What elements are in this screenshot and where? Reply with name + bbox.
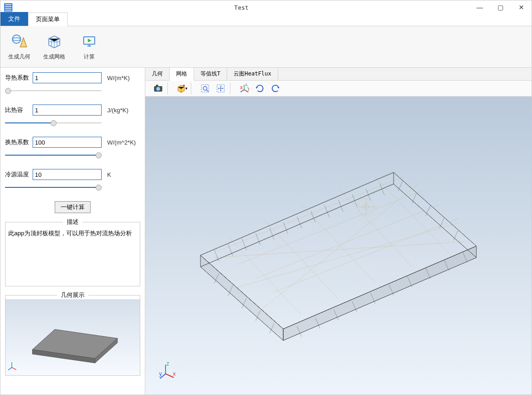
viewport-panel: 几何 网格 等值线T 云图HeatFlux ▾: [145, 68, 532, 395]
svg-point-15: [203, 87, 207, 90]
camera-icon: [153, 84, 163, 93]
param-unit: W/(m*K): [107, 75, 130, 81]
play-monitor-icon: [80, 33, 98, 50]
svg-text:y: y: [247, 85, 249, 91]
rotate-cw-icon: [270, 83, 280, 93]
ribbon-tab-page-menu[interactable]: 页面菜单: [28, 12, 68, 26]
svg-rect-12: [156, 85, 158, 87]
close-button[interactable]: ✕: [511, 0, 532, 14]
svg-line-16: [206, 90, 208, 92]
svg-point-13: [183, 85, 185, 87]
description-text: 此app为顶封板模型，可以用于热对流热场分析: [6, 226, 140, 286]
zoom-select-button[interactable]: [199, 82, 212, 94]
heat-transfer-coef-slider[interactable]: [5, 155, 102, 156]
generate-geometry-button[interactable]: 生成几何: [6, 33, 33, 61]
svg-point-2: [12, 38, 21, 41]
generate-geometry-label: 生成几何: [8, 53, 30, 61]
param-thermal-conductivity: 导热系数 W/(m*K): [5, 72, 140, 93]
param-unit: W/(m^2*K): [107, 139, 136, 146]
param-label: 导热系数: [5, 74, 31, 82]
window-controls: — ▢ ✕: [469, 0, 532, 14]
zoom-rect-icon: [200, 84, 210, 93]
pan-button[interactable]: [214, 82, 227, 94]
svg-line-9: [8, 367, 12, 370]
cube-mesh-icon: [46, 33, 63, 50]
compute-button[interactable]: 计算: [76, 33, 103, 61]
param-cold-source-temp: 冷源温度 K: [5, 169, 140, 189]
specific-heat-slider[interactable]: [5, 122, 102, 123]
param-specific-heat: 比热容 J/(kg*K): [5, 105, 140, 125]
svg-line-8: [12, 367, 17, 370]
param-label: 比热容: [5, 106, 31, 114]
viewport-3d[interactable]: zxy: [145, 97, 532, 395]
svg-text:x: x: [173, 371, 176, 377]
axis-xyz-icon: zyx: [239, 83, 249, 93]
svg-text:x: x: [240, 84, 243, 91]
param-label: 换热系数: [5, 138, 31, 146]
compute-label: 计算: [84, 53, 95, 61]
geometry-preview-canvas[interactable]: [6, 299, 140, 375]
view-cube-icon: [176, 83, 186, 93]
ribbon-tab-file[interactable]: 文件: [0, 12, 28, 26]
view-tab-geometry[interactable]: 几何: [145, 68, 170, 80]
app-icon: [3, 2, 13, 12]
parameters-panel: 导热系数 W/(m*K) 比热容 J/(kg*K) 换热系数 W/(m^2*K): [0, 68, 145, 395]
view-cube-button[interactable]: ▾: [175, 82, 188, 94]
view-tab-heatflux-cloud[interactable]: 云图HeatFlux: [227, 68, 278, 80]
axis-triad-icon: zxy: [159, 362, 177, 382]
snapshot-button[interactable]: [152, 82, 165, 94]
rotate-ccw-button[interactable]: [253, 82, 266, 94]
thermal-conductivity-input[interactable]: [33, 72, 102, 83]
svg-text:z: z: [166, 362, 169, 367]
geometry-preview-title: 几何展示: [57, 291, 88, 299]
rotate-cw-button[interactable]: [269, 82, 282, 94]
sphere-cone-icon: [11, 33, 28, 50]
param-unit: K: [107, 171, 111, 178]
generate-mesh-label: 生成网格: [43, 53, 65, 61]
cold-source-temp-slider[interactable]: [5, 187, 102, 188]
minimize-button[interactable]: —: [469, 0, 490, 14]
rotate-ccw-icon: [255, 83, 265, 93]
description-section: 描述 此app为顶封板模型，可以用于热对流热场分析: [5, 218, 140, 286]
svg-text:y: y: [159, 371, 162, 377]
title-bar: Test — ▢ ✕: [0, 0, 532, 14]
cold-source-temp-input[interactable]: [33, 169, 102, 180]
ribbon-tab-strip: 文件 页面菜单: [0, 14, 532, 26]
generate-mesh-button[interactable]: 生成网格: [41, 33, 68, 61]
description-title: 描述: [63, 218, 82, 226]
svg-point-11: [156, 87, 160, 91]
heat-transfer-coef-input[interactable]: [33, 137, 102, 148]
param-unit: J/(kg*K): [107, 107, 128, 114]
view-tab-isolines[interactable]: 等值线T: [194, 68, 227, 80]
param-label: 冷源温度: [5, 170, 31, 179]
maximize-button[interactable]: ▢: [490, 0, 511, 14]
window-title: Test: [13, 4, 469, 11]
one-click-compute-button[interactable]: 一键计算: [55, 201, 91, 213]
view-tab-strip: 几何 网格 等值线T 云图HeatFlux: [145, 68, 532, 81]
main-area: 导热系数 W/(m*K) 比热容 J/(kg*K) 换热系数 W/(m^2*K): [0, 68, 532, 395]
axis-orientation-button[interactable]: zyx: [238, 82, 251, 94]
svg-point-1: [12, 35, 21, 43]
geometry-preview-section: 几何展示: [5, 291, 140, 376]
thermal-conductivity-slider[interactable]: [5, 90, 102, 91]
pan-icon: [216, 84, 225, 93]
ribbon-toolbar: 生成几何 生成网格 计算: [0, 26, 532, 68]
view-tab-mesh[interactable]: 网格: [170, 68, 194, 81]
specific-heat-input[interactable]: [33, 105, 102, 116]
param-heat-transfer-coef: 换热系数 W/(m^2*K): [5, 137, 140, 157]
view-toolbar: ▾ zyx: [145, 81, 532, 97]
